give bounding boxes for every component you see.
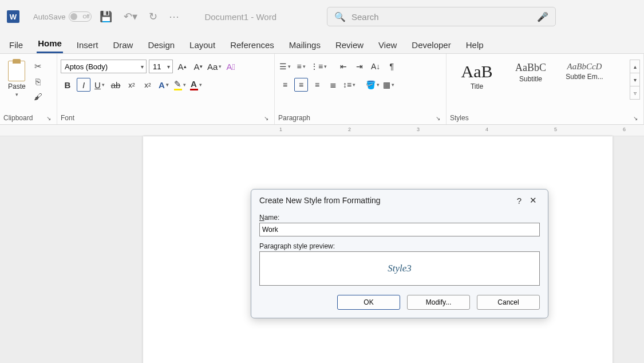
tab-insert[interactable]: Insert [76,37,100,53]
font-color-icon[interactable]: A▾ [189,78,203,92]
dialog-title: Create New Style from Formatting [259,196,381,205]
style-preview-box: Style3 [259,251,540,286]
modify-button[interactable]: Modify... [407,295,470,310]
tab-mailings[interactable]: Mailings [288,37,322,53]
dialog-titlebar[interactable]: Create New Style from Formatting ? ✕ [251,190,548,211]
font-launcher-icon[interactable]: ↘ [264,115,271,121]
word-app-icon: W [7,10,19,23]
decrease-indent-icon[interactable]: ⇤ [337,60,350,73]
font-name-select[interactable]: Aptos (Body) [61,60,147,73]
tab-developer[interactable]: Developer [410,37,452,53]
ribbon: Paste ▾ ✂ ⎘ 🖌 Clipboard↘ Aptos (Body) 11… [0,54,644,125]
format-painter-icon[interactable]: 🖌 [33,90,44,102]
document-title: Document1 - Word [204,12,276,22]
microphone-icon[interactable]: 🎤 [537,11,548,22]
shading-icon[interactable]: 🪣▾ [366,78,380,92]
style-preview-text: Style3 [388,263,412,274]
increase-indent-icon[interactable]: ⇥ [353,60,366,73]
dialog-help-icon[interactable]: ? [512,196,526,206]
cut-icon[interactable]: ✂ [33,61,44,72]
align-right-icon[interactable]: ≡ [310,78,324,92]
ribbon-group-styles: AaB Title AaBbC Subtitle AaBbCcD Subtle … [447,54,644,124]
style-subtitle[interactable]: AaBbC Subtitle [507,62,554,83]
superscript-button[interactable]: x2 [141,78,155,92]
numbering-icon[interactable]: ≡▾ [294,60,308,73]
paste-icon [8,61,25,81]
ribbon-tabs: File Home Insert Draw Design Layout Refe… [0,33,644,54]
titlebar: W AutoSave Off 💾 ↶▾ ↻ ⋯ Document1 - Word… [0,0,644,33]
create-style-dialog: Create New Style from Formatting ? ✕ Nam… [251,189,548,318]
change-case-icon[interactable]: Aa▾ [207,60,222,73]
autosave-group[interactable]: AutoSave Off [33,11,92,22]
bullets-icon[interactable]: ☰▾ [278,60,292,73]
shrink-font-icon[interactable]: A▾ [191,60,205,73]
style-name-input[interactable] [259,223,540,236]
text-effects-icon[interactable]: A▾ [157,78,171,92]
ribbon-group-font: Aptos (Body) 11 A▴ A▾ Aa▾ A⃠ B I U▾ ab x… [57,54,275,124]
name-field-label: Name: [259,214,540,222]
tab-layout[interactable]: Layout [188,37,216,53]
tab-design[interactable]: Design [147,37,176,53]
search-placeholder: Search [351,12,531,22]
highlight-icon[interactable]: ✎▾ [173,78,187,92]
justify-icon[interactable]: ≣ [326,78,340,92]
subscript-button[interactable]: x2 [125,78,139,92]
autosave-label: AutoSave [33,13,65,21]
clipboard-launcher-icon[interactable]: ↘ [46,115,53,121]
ribbon-group-paragraph: ☰▾ ≡▾ ⋮≡▾ ⇤ ⇥ A↓ ¶ ≡ ≡ ≡ ≣ ↕≡▾ 🪣▾ ▦▾ Par… [275,54,447,124]
tab-review[interactable]: Review [334,37,365,53]
redo-icon[interactable]: ↻ [145,8,161,25]
tab-home[interactable]: Home [37,35,63,53]
qat-more-icon[interactable]: ⋯ [165,8,183,25]
cancel-button[interactable]: Cancel [477,295,540,310]
paste-button[interactable]: Paste ▾ [3,60,30,98]
tab-references[interactable]: References [229,37,275,53]
autosave-toggle[interactable]: Off [69,11,92,22]
sort-icon[interactable]: A↓ [369,60,382,73]
style-subtle-emphasis[interactable]: AaBbCcD Subtle Em... [561,62,608,81]
align-left-icon[interactable]: ≡ [278,78,292,92]
styles-gallery-scroll[interactable]: ▴ ▾ ▿ [630,60,640,100]
grow-font-icon[interactable]: A▴ [175,60,189,73]
tab-help[interactable]: Help [465,37,485,53]
undo-icon[interactable]: ↶▾ [120,8,141,25]
paragraph-launcher-icon[interactable]: ↘ [436,115,442,121]
style-title[interactable]: AaB Title [453,62,500,90]
styles-scroll-up-icon[interactable]: ▴ [630,60,639,73]
italic-button[interactable]: I [77,78,90,92]
copy-icon[interactable]: ⎘ [33,76,44,87]
save-icon[interactable]: 💾 [96,8,116,25]
styles-launcher-icon[interactable]: ↘ [633,115,640,121]
preview-label: Paragraph style preview: [259,242,540,250]
show-marks-icon[interactable]: ¶ [385,60,398,73]
tab-file[interactable]: File [8,37,24,53]
dialog-close-icon[interactable]: ✕ [526,195,540,206]
search-box[interactable]: 🔍 Search 🎤 [327,7,556,26]
clear-formatting-icon[interactable]: A⃠ [224,60,238,73]
styles-gallery-more-icon[interactable]: ▿ [630,86,639,99]
tab-draw[interactable]: Draw [112,37,134,53]
underline-button[interactable]: U▾ [93,78,106,92]
font-size-select[interactable]: 11 [149,60,173,73]
horizontal-ruler[interactable]: 1 2 3 4 5 6 [0,125,644,136]
borders-icon[interactable]: ▦▾ [382,78,396,92]
tab-view[interactable]: View [377,37,398,53]
ribbon-group-clipboard: Paste ▾ ✂ ⎘ 🖌 Clipboard↘ [0,54,57,124]
strikethrough-button[interactable]: ab [109,78,123,92]
styles-scroll-down-icon[interactable]: ▾ [630,73,639,86]
ok-button[interactable]: OK [337,295,400,310]
multilevel-list-icon[interactable]: ⋮≡▾ [310,60,327,73]
align-center-icon[interactable]: ≡ [294,78,308,92]
bold-button[interactable]: B [61,78,74,92]
line-spacing-icon[interactable]: ↕≡▾ [342,78,356,92]
search-icon: 🔍 [334,11,346,22]
